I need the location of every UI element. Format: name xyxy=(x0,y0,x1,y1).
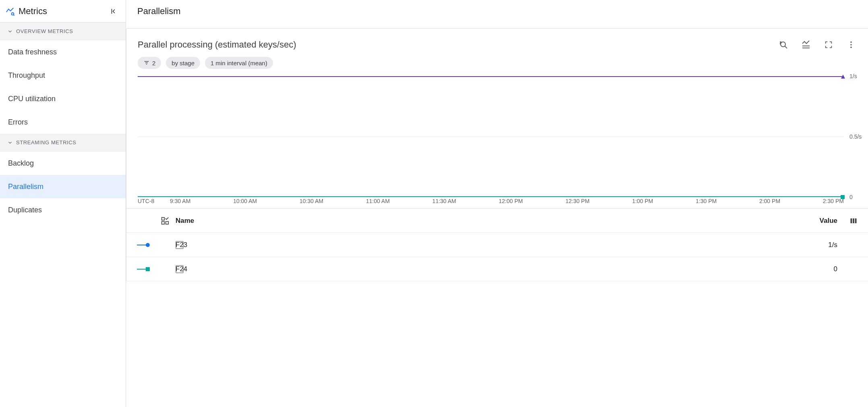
legend-swatch xyxy=(137,267,161,272)
legend-row[interactable]: F23 1/s xyxy=(126,233,868,257)
chevron-down-icon xyxy=(7,29,13,34)
legend-name: F23 xyxy=(176,241,789,249)
filter-chip-count: 2 xyxy=(152,60,155,66)
sidebar-item-cpu-utilization[interactable]: CPU utilization xyxy=(0,87,126,110)
legend-swatch xyxy=(137,243,161,247)
svg-rect-19 xyxy=(855,218,857,223)
card-title: Parallel processing (estimated keys/sec) xyxy=(138,39,768,50)
chart-x-tick: 12:00 PM xyxy=(499,198,523,204)
sidebar-header: Metrics xyxy=(0,0,126,23)
group-by-chip[interactable]: by stage xyxy=(166,57,200,69)
page-title: Parallelism xyxy=(126,0,868,23)
sidebar-section-label: OVERVIEW METRICS xyxy=(16,28,73,34)
sidebar-item-backlog[interactable]: Backlog xyxy=(0,152,126,175)
group-by-chip-label: by stage xyxy=(172,60,194,66)
collapse-sidebar-button[interactable] xyxy=(109,6,118,16)
sidebar-item-label: Backlog xyxy=(8,159,34,168)
chart-x-tick: 1:00 PM xyxy=(632,198,653,204)
chip-row: 2 by stage 1 min interval (mean) xyxy=(126,53,868,69)
sidebar-item-errors[interactable]: Errors xyxy=(0,110,126,134)
legend-grid-select-button[interactable] xyxy=(161,217,176,225)
chart-x-tick: 10:30 AM xyxy=(300,198,323,204)
chart-x-tick: 2:00 PM xyxy=(759,198,780,204)
sidebar-item-parallelism[interactable]: Parallelism xyxy=(0,175,126,198)
sidebar: Metrics OVERVIEW METRICS Data freshness … xyxy=(0,0,126,407)
svg-rect-13 xyxy=(841,195,845,199)
main: Parallelism Parallel processing (estimat… xyxy=(126,0,868,407)
legend-header-value[interactable]: Value xyxy=(789,217,837,225)
chart-y-tick: 0.5/s xyxy=(849,133,862,140)
svg-rect-17 xyxy=(851,218,852,223)
chart-x-tick: 11:00 AM xyxy=(366,198,390,204)
sidebar-item-label: Errors xyxy=(8,118,28,127)
fullscreen-button[interactable] xyxy=(823,39,834,50)
reset-zoom-button[interactable] xyxy=(778,39,789,50)
sidebar-title: Metrics xyxy=(19,6,105,17)
svg-point-7 xyxy=(850,44,852,46)
chart-x-ticks: 9:30 AM 10:00 AM 10:30 AM 11:00 AM 11:30… xyxy=(170,198,844,204)
legend-value: 0 xyxy=(789,265,837,273)
svg-point-0 xyxy=(11,12,14,15)
chart-series-f24-line xyxy=(138,196,844,197)
svg-rect-15 xyxy=(162,221,165,224)
sidebar-item-duplicates[interactable]: Duplicates xyxy=(0,198,126,222)
chart-gridline xyxy=(138,137,844,137)
sidebar-item-label: Throughput xyxy=(8,71,45,80)
svg-point-8 xyxy=(850,47,852,48)
svg-line-1 xyxy=(14,15,14,15)
svg-point-6 xyxy=(850,42,852,43)
svg-line-3 xyxy=(785,46,787,49)
legend-header-row: Name Value xyxy=(126,209,868,233)
svg-rect-16 xyxy=(166,221,169,224)
filter-icon xyxy=(143,60,150,66)
chart-x-tick: 9:30 AM xyxy=(170,198,190,204)
chart-series-f23-marker xyxy=(841,74,845,78)
svg-marker-12 xyxy=(841,75,845,79)
chart-y-tick: 1/s xyxy=(849,73,857,79)
legend-table: Name Value xyxy=(126,208,868,281)
chart-timezone-label: UTC-8 xyxy=(138,198,170,204)
legend-toggle-button[interactable] xyxy=(800,39,812,50)
sidebar-item-data-freshness[interactable]: Data freshness xyxy=(0,40,126,64)
sidebar-section-streaming-metrics[interactable]: STREAMING METRICS xyxy=(0,134,126,152)
sidebar-item-label: CPU utilization xyxy=(8,95,56,103)
card-header: Parallel processing (estimated keys/sec) xyxy=(126,29,868,53)
sidebar-item-throughput[interactable]: Throughput xyxy=(0,64,126,87)
chart-x-tick: 11:30 AM xyxy=(432,198,456,204)
chart-series-f23-line xyxy=(138,76,844,77)
sidebar-section-label: STREAMING METRICS xyxy=(16,139,76,145)
legend-row[interactable]: F24 0 xyxy=(126,257,868,281)
legend-header-name[interactable]: Name xyxy=(176,217,789,225)
sidebar-item-label: Parallelism xyxy=(8,183,43,191)
chart-card: Parallel processing (estimated keys/sec) xyxy=(126,28,868,281)
card-actions xyxy=(778,39,857,50)
chart-y-tick: 0 xyxy=(849,194,853,200)
chart-plot[interactable]: 1/s 0.5/s 0 xyxy=(138,76,844,197)
content: Parallel processing (estimated keys/sec) xyxy=(126,23,868,407)
metrics-icon xyxy=(6,7,14,16)
chart-x-tick: 1:30 PM xyxy=(696,198,717,204)
sidebar-item-label: Duplicates xyxy=(8,206,42,214)
interval-chip-label: 1 min interval (mean) xyxy=(211,60,267,66)
chart-x-axis: UTC-8 9:30 AM 10:00 AM 10:30 AM 11:00 AM… xyxy=(126,197,868,208)
chart: 1/s 0.5/s 0 xyxy=(126,69,868,197)
interval-chip[interactable]: 1 min interval (mean) xyxy=(205,57,273,69)
legend-value: 1/s xyxy=(789,241,837,249)
sidebar-item-label: Data freshness xyxy=(8,48,57,56)
legend-column-chooser-button[interactable] xyxy=(837,217,858,224)
svg-rect-18 xyxy=(853,218,854,223)
sidebar-section-overview-metrics[interactable]: OVERVIEW METRICS xyxy=(0,23,126,40)
svg-rect-14 xyxy=(162,217,165,220)
chart-x-tick: 10:00 AM xyxy=(233,198,257,204)
filter-chip[interactable]: 2 xyxy=(138,57,161,69)
legend-name: F24 xyxy=(176,265,789,273)
chart-series-f24-marker xyxy=(841,195,845,199)
more-options-button[interactable] xyxy=(845,39,857,50)
chevron-down-icon xyxy=(7,140,13,145)
chart-x-tick: 12:30 PM xyxy=(565,198,589,204)
